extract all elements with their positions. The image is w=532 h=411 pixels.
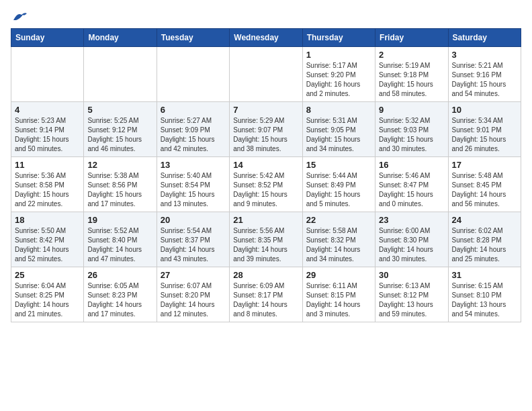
calendar-cell: 26Sunrise: 6:05 AM Sunset: 8:23 PM Dayli…: [84, 267, 157, 322]
weekday-header-monday: Monday: [84, 29, 157, 47]
logo-bird-icon: [12, 11, 27, 23]
day-number: 12: [87, 160, 152, 170]
calendar-cell: 30Sunrise: 6:13 AM Sunset: 8:12 PM Dayli…: [375, 267, 448, 322]
day-info: Sunrise: 5:27 AM Sunset: 9:09 PM Dayligh…: [161, 116, 226, 154]
calendar-cell: 29Sunrise: 6:11 AM Sunset: 8:15 PM Dayli…: [302, 267, 375, 322]
day-info: Sunrise: 6:07 AM Sunset: 8:20 PM Dayligh…: [161, 281, 226, 319]
calendar-cell: 22Sunrise: 5:58 AM Sunset: 8:32 PM Dayli…: [302, 212, 375, 267]
day-info: Sunrise: 6:04 AM Sunset: 8:25 PM Dayligh…: [15, 281, 80, 319]
calendar-cell: 25Sunrise: 6:04 AM Sunset: 8:25 PM Dayli…: [11, 267, 84, 322]
calendar-cell: 7Sunrise: 5:29 AM Sunset: 9:07 PM Daylig…: [230, 102, 302, 157]
day-number: 4: [15, 105, 80, 115]
calendar-cell: 21Sunrise: 5:56 AM Sunset: 8:35 PM Dayli…: [230, 212, 302, 267]
week-row-2: 4Sunrise: 5:23 AM Sunset: 9:14 PM Daylig…: [11, 102, 521, 157]
day-number: 6: [161, 105, 226, 115]
day-info: Sunrise: 5:21 AM Sunset: 9:16 PM Dayligh…: [452, 61, 517, 99]
week-row-3: 11Sunrise: 5:36 AM Sunset: 8:58 PM Dayli…: [11, 157, 521, 212]
day-number: 26: [87, 270, 152, 280]
day-number: 9: [379, 105, 444, 115]
day-info: Sunrise: 5:56 AM Sunset: 8:35 PM Dayligh…: [233, 226, 298, 264]
day-info: Sunrise: 5:58 AM Sunset: 8:32 PM Dayligh…: [306, 226, 371, 264]
day-number: 27: [161, 270, 226, 280]
weekday-header-saturday: Saturday: [448, 29, 521, 47]
calendar-cell: 9Sunrise: 5:32 AM Sunset: 9:03 PM Daylig…: [375, 102, 448, 157]
calendar-cell: 5Sunrise: 5:25 AM Sunset: 9:12 PM Daylig…: [84, 102, 157, 157]
day-info: Sunrise: 6:13 AM Sunset: 8:12 PM Dayligh…: [379, 281, 444, 319]
day-info: Sunrise: 6:05 AM Sunset: 8:23 PM Dayligh…: [87, 281, 152, 319]
day-info: Sunrise: 5:31 AM Sunset: 9:05 PM Dayligh…: [306, 116, 371, 154]
calendar-cell: 10Sunrise: 5:34 AM Sunset: 9:01 PM Dayli…: [448, 102, 521, 157]
day-info: Sunrise: 5:29 AM Sunset: 9:07 PM Dayligh…: [233, 116, 298, 154]
day-number: 29: [306, 270, 371, 280]
day-info: Sunrise: 5:42 AM Sunset: 8:52 PM Dayligh…: [233, 171, 298, 209]
logo: [11, 11, 27, 23]
day-info: Sunrise: 6:02 AM Sunset: 8:28 PM Dayligh…: [452, 226, 517, 264]
calendar-cell: 31Sunrise: 6:15 AM Sunset: 8:10 PM Dayli…: [448, 267, 521, 322]
calendar-cell: 1Sunrise: 5:17 AM Sunset: 9:20 PM Daylig…: [302, 47, 375, 102]
day-number: 7: [233, 105, 298, 115]
day-info: Sunrise: 5:19 AM Sunset: 9:18 PM Dayligh…: [379, 61, 444, 99]
day-number: 28: [233, 270, 298, 280]
day-number: 20: [161, 215, 226, 225]
day-number: 11: [15, 160, 80, 170]
calendar-cell: 15Sunrise: 5:44 AM Sunset: 8:49 PM Dayli…: [302, 157, 375, 212]
calendar-cell: 6Sunrise: 5:27 AM Sunset: 9:09 PM Daylig…: [157, 102, 229, 157]
day-info: Sunrise: 6:11 AM Sunset: 8:15 PM Dayligh…: [306, 281, 371, 319]
calendar-cell: 19Sunrise: 5:52 AM Sunset: 8:40 PM Dayli…: [84, 212, 157, 267]
day-number: 17: [452, 160, 517, 170]
calendar-cell: 28Sunrise: 6:09 AM Sunset: 8:17 PM Dayli…: [230, 267, 302, 322]
week-row-4: 18Sunrise: 5:50 AM Sunset: 8:42 PM Dayli…: [11, 212, 521, 267]
day-info: Sunrise: 5:54 AM Sunset: 8:37 PM Dayligh…: [161, 226, 226, 264]
calendar-cell: 24Sunrise: 6:02 AM Sunset: 8:28 PM Dayli…: [448, 212, 521, 267]
calendar-cell: 4Sunrise: 5:23 AM Sunset: 9:14 PM Daylig…: [11, 102, 84, 157]
day-number: 15: [306, 160, 371, 170]
day-info: Sunrise: 5:25 AM Sunset: 9:12 PM Dayligh…: [87, 116, 152, 154]
day-number: 1: [306, 50, 371, 60]
day-number: 16: [379, 160, 444, 170]
day-info: Sunrise: 5:36 AM Sunset: 8:58 PM Dayligh…: [15, 171, 80, 209]
weekday-header-thursday: Thursday: [302, 29, 375, 47]
day-number: 14: [233, 160, 298, 170]
day-info: Sunrise: 5:50 AM Sunset: 8:42 PM Dayligh…: [15, 226, 80, 264]
calendar-cell: 17Sunrise: 5:48 AM Sunset: 8:45 PM Dayli…: [448, 157, 521, 212]
calendar-cell: 11Sunrise: 5:36 AM Sunset: 8:58 PM Dayli…: [11, 157, 84, 212]
calendar-cell: 13Sunrise: 5:40 AM Sunset: 8:54 PM Dayli…: [157, 157, 229, 212]
page-header: [11, 11, 521, 23]
day-number: 10: [452, 105, 517, 115]
day-number: 8: [306, 105, 371, 115]
calendar-cell: 18Sunrise: 5:50 AM Sunset: 8:42 PM Dayli…: [11, 212, 84, 267]
weekday-header-tuesday: Tuesday: [157, 29, 229, 47]
day-info: Sunrise: 5:23 AM Sunset: 9:14 PM Dayligh…: [15, 116, 80, 154]
day-info: Sunrise: 5:17 AM Sunset: 9:20 PM Dayligh…: [306, 61, 371, 99]
day-number: 31: [452, 270, 517, 280]
day-number: 3: [452, 50, 517, 60]
day-number: 30: [379, 270, 444, 280]
calendar-cell: 8Sunrise: 5:31 AM Sunset: 9:05 PM Daylig…: [302, 102, 375, 157]
day-info: Sunrise: 5:40 AM Sunset: 8:54 PM Dayligh…: [161, 171, 226, 209]
day-number: 22: [306, 215, 371, 225]
week-row-1: 1Sunrise: 5:17 AM Sunset: 9:20 PM Daylig…: [11, 47, 521, 102]
day-info: Sunrise: 5:44 AM Sunset: 8:49 PM Dayligh…: [306, 171, 371, 209]
day-number: 21: [233, 215, 298, 225]
calendar-table: SundayMondayTuesdayWednesdayThursdayFrid…: [11, 28, 521, 322]
day-info: Sunrise: 6:09 AM Sunset: 8:17 PM Dayligh…: [233, 281, 298, 319]
calendar-cell: 23Sunrise: 6:00 AM Sunset: 8:30 PM Dayli…: [375, 212, 448, 267]
calendar-cell: [11, 47, 84, 102]
day-info: Sunrise: 5:32 AM Sunset: 9:03 PM Dayligh…: [379, 116, 444, 154]
day-number: 25: [15, 270, 80, 280]
day-info: Sunrise: 5:46 AM Sunset: 8:47 PM Dayligh…: [379, 171, 444, 209]
calendar-cell: 3Sunrise: 5:21 AM Sunset: 9:16 PM Daylig…: [448, 47, 521, 102]
calendar-cell: [157, 47, 229, 102]
day-info: Sunrise: 6:15 AM Sunset: 8:10 PM Dayligh…: [452, 281, 517, 319]
calendar-cell: [84, 47, 157, 102]
day-number: 23: [379, 215, 444, 225]
calendar-cell: 14Sunrise: 5:42 AM Sunset: 8:52 PM Dayli…: [230, 157, 302, 212]
day-info: Sunrise: 5:34 AM Sunset: 9:01 PM Dayligh…: [452, 116, 517, 154]
calendar-cell: 12Sunrise: 5:38 AM Sunset: 8:56 PM Dayli…: [84, 157, 157, 212]
calendar-cell: 20Sunrise: 5:54 AM Sunset: 8:37 PM Dayli…: [157, 212, 229, 267]
day-number: 18: [15, 215, 80, 225]
day-info: Sunrise: 6:00 AM Sunset: 8:30 PM Dayligh…: [379, 226, 444, 264]
calendar-cell: 2Sunrise: 5:19 AM Sunset: 9:18 PM Daylig…: [375, 47, 448, 102]
day-number: 5: [87, 105, 152, 115]
day-info: Sunrise: 5:48 AM Sunset: 8:45 PM Dayligh…: [452, 171, 517, 209]
